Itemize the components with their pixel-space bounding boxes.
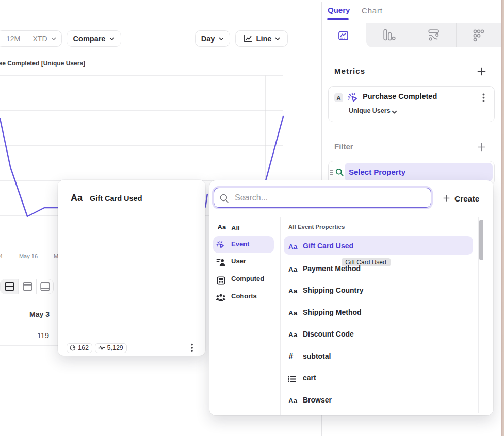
svg-text:May 16: May 16 — [19, 253, 38, 259]
svg-text:May 4: May 4 — [0, 253, 3, 259]
